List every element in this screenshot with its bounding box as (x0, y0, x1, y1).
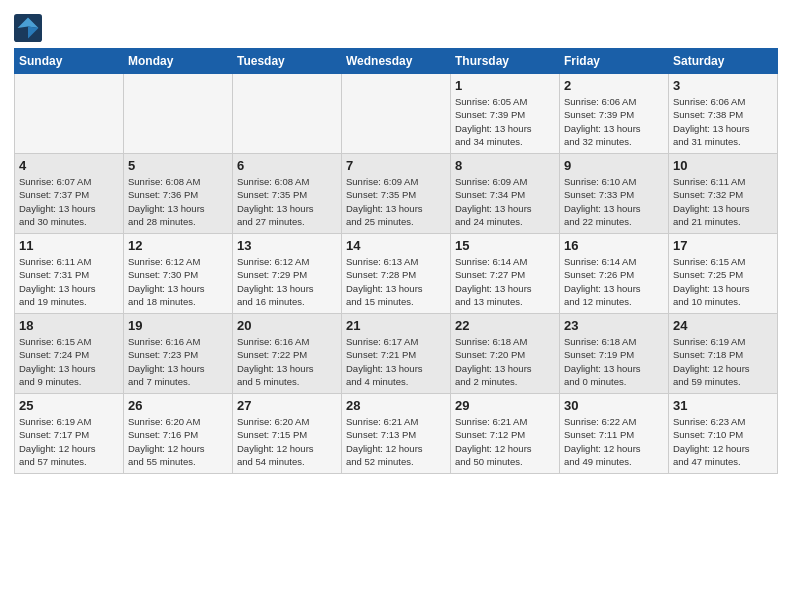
day-cell: 1Sunrise: 6:05 AM Sunset: 7:39 PM Daylig… (451, 74, 560, 154)
day-info: Sunrise: 6:15 AM Sunset: 7:25 PM Dayligh… (673, 255, 773, 308)
day-info: Sunrise: 6:15 AM Sunset: 7:24 PM Dayligh… (19, 335, 119, 388)
day-info: Sunrise: 6:10 AM Sunset: 7:33 PM Dayligh… (564, 175, 664, 228)
day-number: 6 (237, 158, 337, 173)
day-number: 30 (564, 398, 664, 413)
logo-icon (14, 14, 42, 42)
day-info: Sunrise: 6:12 AM Sunset: 7:29 PM Dayligh… (237, 255, 337, 308)
day-number: 20 (237, 318, 337, 333)
day-cell: 27Sunrise: 6:20 AM Sunset: 7:15 PM Dayli… (233, 394, 342, 474)
day-number: 14 (346, 238, 446, 253)
day-cell: 11Sunrise: 6:11 AM Sunset: 7:31 PM Dayli… (15, 234, 124, 314)
day-info: Sunrise: 6:17 AM Sunset: 7:21 PM Dayligh… (346, 335, 446, 388)
day-number: 19 (128, 318, 228, 333)
day-info: Sunrise: 6:12 AM Sunset: 7:30 PM Dayligh… (128, 255, 228, 308)
day-cell (233, 74, 342, 154)
day-number: 7 (346, 158, 446, 173)
day-info: Sunrise: 6:08 AM Sunset: 7:35 PM Dayligh… (237, 175, 337, 228)
week-row-1: 1Sunrise: 6:05 AM Sunset: 7:39 PM Daylig… (15, 74, 778, 154)
day-cell: 20Sunrise: 6:16 AM Sunset: 7:22 PM Dayli… (233, 314, 342, 394)
day-cell: 13Sunrise: 6:12 AM Sunset: 7:29 PM Dayli… (233, 234, 342, 314)
day-number: 9 (564, 158, 664, 173)
week-row-4: 18Sunrise: 6:15 AM Sunset: 7:24 PM Dayli… (15, 314, 778, 394)
week-row-2: 4Sunrise: 6:07 AM Sunset: 7:37 PM Daylig… (15, 154, 778, 234)
day-cell: 28Sunrise: 6:21 AM Sunset: 7:13 PM Dayli… (342, 394, 451, 474)
logo (14, 14, 46, 42)
day-cell (342, 74, 451, 154)
day-cell: 2Sunrise: 6:06 AM Sunset: 7:39 PM Daylig… (560, 74, 669, 154)
day-cell: 21Sunrise: 6:17 AM Sunset: 7:21 PM Dayli… (342, 314, 451, 394)
day-number: 10 (673, 158, 773, 173)
day-cell: 25Sunrise: 6:19 AM Sunset: 7:17 PM Dayli… (15, 394, 124, 474)
day-number: 29 (455, 398, 555, 413)
day-info: Sunrise: 6:09 AM Sunset: 7:34 PM Dayligh… (455, 175, 555, 228)
day-number: 13 (237, 238, 337, 253)
day-info: Sunrise: 6:13 AM Sunset: 7:28 PM Dayligh… (346, 255, 446, 308)
day-number: 31 (673, 398, 773, 413)
day-info: Sunrise: 6:20 AM Sunset: 7:15 PM Dayligh… (237, 415, 337, 468)
day-cell: 7Sunrise: 6:09 AM Sunset: 7:35 PM Daylig… (342, 154, 451, 234)
day-cell: 6Sunrise: 6:08 AM Sunset: 7:35 PM Daylig… (233, 154, 342, 234)
day-number: 11 (19, 238, 119, 253)
day-info: Sunrise: 6:20 AM Sunset: 7:16 PM Dayligh… (128, 415, 228, 468)
day-info: Sunrise: 6:18 AM Sunset: 7:20 PM Dayligh… (455, 335, 555, 388)
day-header-wednesday: Wednesday (342, 49, 451, 74)
days-header-row: SundayMondayTuesdayWednesdayThursdayFrid… (15, 49, 778, 74)
day-number: 26 (128, 398, 228, 413)
day-cell: 19Sunrise: 6:16 AM Sunset: 7:23 PM Dayli… (124, 314, 233, 394)
day-cell: 12Sunrise: 6:12 AM Sunset: 7:30 PM Dayli… (124, 234, 233, 314)
day-info: Sunrise: 6:06 AM Sunset: 7:38 PM Dayligh… (673, 95, 773, 148)
day-cell: 22Sunrise: 6:18 AM Sunset: 7:20 PM Dayli… (451, 314, 560, 394)
day-number: 24 (673, 318, 773, 333)
day-number: 1 (455, 78, 555, 93)
day-number: 16 (564, 238, 664, 253)
day-cell: 30Sunrise: 6:22 AM Sunset: 7:11 PM Dayli… (560, 394, 669, 474)
header (14, 10, 778, 42)
day-header-sunday: Sunday (15, 49, 124, 74)
day-cell: 29Sunrise: 6:21 AM Sunset: 7:12 PM Dayli… (451, 394, 560, 474)
day-cell: 23Sunrise: 6:18 AM Sunset: 7:19 PM Dayli… (560, 314, 669, 394)
day-number: 23 (564, 318, 664, 333)
day-number: 21 (346, 318, 446, 333)
day-header-friday: Friday (560, 49, 669, 74)
day-header-tuesday: Tuesday (233, 49, 342, 74)
day-cell: 17Sunrise: 6:15 AM Sunset: 7:25 PM Dayli… (669, 234, 778, 314)
calendar-container: SundayMondayTuesdayWednesdayThursdayFrid… (0, 0, 792, 482)
day-cell: 3Sunrise: 6:06 AM Sunset: 7:38 PM Daylig… (669, 74, 778, 154)
day-cell: 14Sunrise: 6:13 AM Sunset: 7:28 PM Dayli… (342, 234, 451, 314)
day-info: Sunrise: 6:08 AM Sunset: 7:36 PM Dayligh… (128, 175, 228, 228)
day-info: Sunrise: 6:21 AM Sunset: 7:13 PM Dayligh… (346, 415, 446, 468)
day-info: Sunrise: 6:11 AM Sunset: 7:31 PM Dayligh… (19, 255, 119, 308)
day-cell: 31Sunrise: 6:23 AM Sunset: 7:10 PM Dayli… (669, 394, 778, 474)
day-cell: 18Sunrise: 6:15 AM Sunset: 7:24 PM Dayli… (15, 314, 124, 394)
day-info: Sunrise: 6:19 AM Sunset: 7:17 PM Dayligh… (19, 415, 119, 468)
day-cell (124, 74, 233, 154)
day-info: Sunrise: 6:19 AM Sunset: 7:18 PM Dayligh… (673, 335, 773, 388)
day-info: Sunrise: 6:11 AM Sunset: 7:32 PM Dayligh… (673, 175, 773, 228)
day-cell: 16Sunrise: 6:14 AM Sunset: 7:26 PM Dayli… (560, 234, 669, 314)
day-header-thursday: Thursday (451, 49, 560, 74)
day-cell (15, 74, 124, 154)
day-info: Sunrise: 6:09 AM Sunset: 7:35 PM Dayligh… (346, 175, 446, 228)
day-cell: 26Sunrise: 6:20 AM Sunset: 7:16 PM Dayli… (124, 394, 233, 474)
day-info: Sunrise: 6:21 AM Sunset: 7:12 PM Dayligh… (455, 415, 555, 468)
day-info: Sunrise: 6:16 AM Sunset: 7:23 PM Dayligh… (128, 335, 228, 388)
day-info: Sunrise: 6:18 AM Sunset: 7:19 PM Dayligh… (564, 335, 664, 388)
day-info: Sunrise: 6:22 AM Sunset: 7:11 PM Dayligh… (564, 415, 664, 468)
day-cell: 5Sunrise: 6:08 AM Sunset: 7:36 PM Daylig… (124, 154, 233, 234)
day-cell: 10Sunrise: 6:11 AM Sunset: 7:32 PM Dayli… (669, 154, 778, 234)
day-cell: 4Sunrise: 6:07 AM Sunset: 7:37 PM Daylig… (15, 154, 124, 234)
day-number: 27 (237, 398, 337, 413)
day-number: 17 (673, 238, 773, 253)
day-number: 15 (455, 238, 555, 253)
day-header-monday: Monday (124, 49, 233, 74)
day-info: Sunrise: 6:16 AM Sunset: 7:22 PM Dayligh… (237, 335, 337, 388)
day-header-saturday: Saturday (669, 49, 778, 74)
week-row-3: 11Sunrise: 6:11 AM Sunset: 7:31 PM Dayli… (15, 234, 778, 314)
day-number: 25 (19, 398, 119, 413)
day-info: Sunrise: 6:07 AM Sunset: 7:37 PM Dayligh… (19, 175, 119, 228)
day-cell: 9Sunrise: 6:10 AM Sunset: 7:33 PM Daylig… (560, 154, 669, 234)
week-row-5: 25Sunrise: 6:19 AM Sunset: 7:17 PM Dayli… (15, 394, 778, 474)
day-number: 28 (346, 398, 446, 413)
day-cell: 8Sunrise: 6:09 AM Sunset: 7:34 PM Daylig… (451, 154, 560, 234)
day-number: 12 (128, 238, 228, 253)
